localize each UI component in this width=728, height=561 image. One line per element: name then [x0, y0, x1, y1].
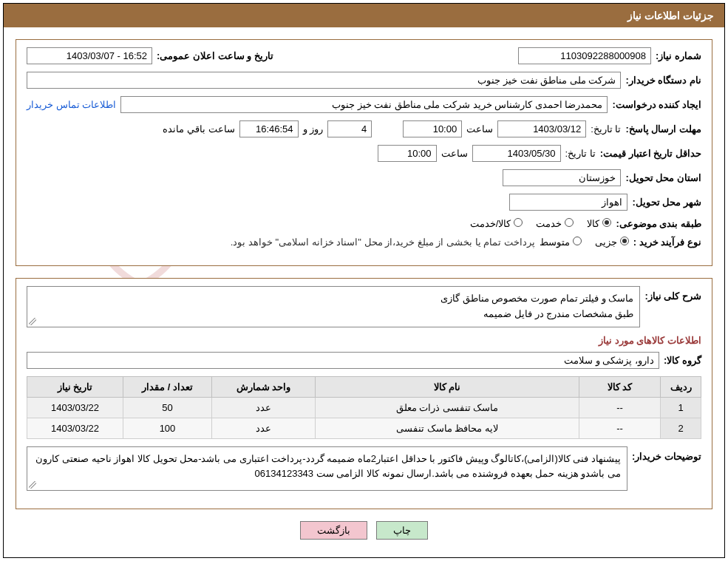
general-desc-line1: ماسک و فیلتر تمام صورت مخصوص مناطق گازی [33, 291, 633, 307]
cell-idx: 2 [661, 418, 701, 438]
title-text: جزئیات اطلاعات نیاز [627, 10, 714, 21]
buyer-notes-label: توضیحات خریدار: [632, 446, 701, 462]
radio-service-label: خدمت [536, 218, 562, 229]
radio-both[interactable]: کالا/خدمت [470, 218, 523, 229]
payment-note: پرداخت تمام یا بخشی از مبلغ خرید،از محل … [231, 237, 535, 248]
cell-name: لایه محافظ ماسک تنفسی [316, 418, 579, 438]
cell-code: -- [579, 418, 661, 438]
city-field: اهواز [509, 194, 627, 211]
radio-kala[interactable]: کالا [587, 218, 611, 229]
th-row: ردیف [661, 376, 701, 397]
need-detail-panel: شرح کلی نیاز: ماسک و فیلتر تمام صورت مخص… [16, 278, 712, 509]
radio-icon [565, 218, 574, 227]
buyer-notes-text: پیشنهاد فنی کالا(الزامی)،کاتالوگ وپیش فا… [35, 453, 621, 480]
th-code: کد کالا [579, 376, 661, 397]
cell-qty: 100 [123, 418, 212, 438]
deadline-hour-label: ساعت [466, 123, 493, 135]
items-table: ردیف کد کالا نام کالا واحد شمارش تعداد /… [27, 376, 701, 439]
countdown-field: 16:46:54 [239, 120, 299, 137]
need-info-panel: شماره نیاز: 1103092288000908 تاریخ و ساع… [16, 39, 712, 266]
general-desc-label: شرح کلی نیاز: [644, 286, 701, 302]
deadline-upto-label: تا تاریخ: [591, 123, 621, 135]
group-field: دارو، پزشکی و سلامت [27, 352, 659, 369]
cell-unit: عدد [212, 418, 316, 438]
table-header-row: ردیف کد کالا نام کالا واحد شمارش تعداد /… [27, 376, 701, 397]
need-number-label: شماره نیاز: [656, 50, 701, 61]
cell-unit: عدد [212, 397, 316, 418]
days-and-label: روز و [303, 123, 324, 135]
th-qty: تعداد / مقدار [123, 376, 212, 397]
min-valid-hour-label: ساعت [441, 148, 468, 159]
deadline-label: مهلت ارسال پاسخ: [625, 123, 701, 135]
group-label: گروه کالا: [664, 355, 701, 366]
min-valid-upto-label: تا تاریخ: [565, 148, 596, 159]
items-heading: اطلاعات کالاهای مورد نیاز [27, 335, 701, 346]
cell-name: ماسک تنفسی ذرات معلق [316, 397, 579, 418]
radio-service[interactable]: خدمت [536, 218, 574, 229]
cell-date: 1403/03/22 [27, 418, 123, 438]
deadline-date-field: 1403/03/12 [497, 120, 586, 137]
requester-label: ایجاد کننده درخواست: [612, 99, 701, 110]
announce-datetime-field: 16:52 - 1403/03/07 [27, 47, 152, 64]
cell-qty: 50 [123, 397, 212, 418]
radio-medium[interactable]: متوسط [540, 237, 582, 248]
min-valid-label: حداقل تاریخ اعتبار قیمت: [600, 148, 701, 159]
th-need-date: تاریخ نیاز [27, 376, 123, 397]
cell-code: -- [579, 397, 661, 418]
need-number-field: 1103092288000908 [518, 47, 651, 64]
radio-kala-label: کالا [587, 218, 599, 229]
resize-handle-icon[interactable] [29, 318, 36, 325]
table-row: 2 -- لایه محافظ ماسک تنفسی عدد 100 1403/… [27, 418, 701, 438]
action-buttons: چاپ بازگشت [4, 521, 724, 540]
radio-both-label: کالا/خدمت [470, 218, 511, 229]
proc-type-label: نوع فرآیند خرید : [633, 237, 701, 248]
announce-label: تاریخ و ساعت اعلان عمومی: [157, 50, 273, 61]
deadline-hour-field: 10:00 [403, 120, 462, 137]
print-button[interactable]: چاپ [376, 521, 428, 540]
buyer-contact-link[interactable]: اطلاعات تماس خریدار [27, 99, 116, 110]
province-label: استان محل تحویل: [625, 172, 701, 183]
cell-idx: 1 [661, 397, 701, 418]
cell-date: 1403/03/22 [27, 397, 123, 418]
back-button[interactable]: بازگشت [300, 521, 367, 540]
radio-icon [573, 237, 582, 245]
table-row: 1 -- ماسک تنفسی ذرات معلق عدد 50 1403/03… [27, 397, 701, 418]
radio-icon [514, 218, 523, 227]
title-bar: جزئیات اطلاعات نیاز [4, 4, 724, 27]
province-field: خوزستان [503, 169, 621, 186]
resize-handle-icon[interactable] [29, 481, 36, 489]
radio-partial[interactable]: جزیی [595, 237, 629, 248]
remaining-label: ساعت باقي مانده [163, 123, 234, 135]
days-remaining-field: 4 [327, 120, 372, 137]
buyer-notes-field: پیشنهاد فنی کالا(الزامی)،کاتالوگ وپیش فا… [27, 446, 627, 491]
buyer-org-label: نام دستگاه خریدار: [625, 75, 701, 86]
general-desc-field: ماسک و فیلتر تمام صورت مخصوص مناطق گازی … [27, 286, 640, 327]
th-unit: واحد شمارش [212, 376, 316, 397]
subject-class-label: طبقه بندی موضوعی: [616, 218, 701, 229]
th-name: نام کالا [316, 376, 579, 397]
general-desc-line2: طبق مشخصات مندرج در فایل ضمیمه [33, 307, 633, 322]
city-label: شهر محل تحویل: [632, 197, 701, 208]
min-valid-date-field: 1403/05/30 [472, 145, 561, 162]
radio-medium-label: متوسط [540, 237, 570, 248]
radio-icon [620, 237, 629, 245]
requester-field: محمدرضا احمدی کارشناس خرید شرکت ملی مناط… [120, 96, 608, 113]
radio-partial-label: جزیی [595, 237, 617, 248]
buyer-org-field: شرکت ملی مناطق نفت خیز جنوب [27, 72, 621, 89]
radio-icon [602, 218, 611, 227]
min-valid-hour-field: 10:00 [378, 145, 437, 162]
